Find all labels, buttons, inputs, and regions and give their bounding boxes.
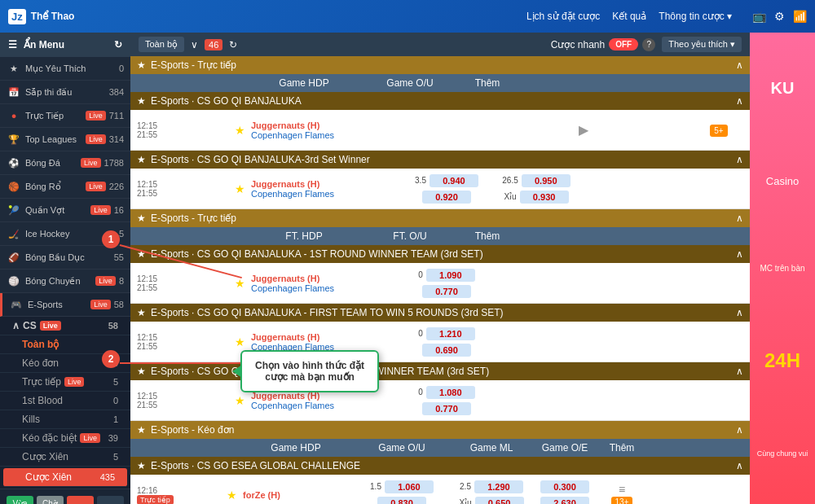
match-star-col[interactable]: ★ <box>235 124 251 137</box>
sidebar-item-bong-da[interactable]: ⚽ Bóng Đá Live 1788 <box>0 151 130 175</box>
hdp-first5-a-btn[interactable]: 0.690 <box>422 344 471 357</box>
vua-cuoc-btn[interactable]: Vừa cược <box>7 496 33 504</box>
ou-esea1-h-btn[interactable]: 1.290 <box>474 480 523 493</box>
ou-esea1-a-btn[interactable]: 0.650 <box>475 497 524 505</box>
match-row-banjaluka-1: 12:15 21:55 ★ Juggernauts (H) Copenhagen… <box>130 110 750 151</box>
annotation-circle-1: 1 <box>102 230 120 248</box>
more-esea1: ≡ 13+ <box>601 483 642 505</box>
sidebar-item-bong-chuyen[interactable]: 🏐 Bóng Chuyền Live 8 <box>0 270 130 293</box>
chevron-up-1[interactable]: ∧ <box>736 59 743 71</box>
section-title-3rd-set: ★ E-Sports · CS GO QI BANJALUKA-3rd Set … <box>130 151 750 169</box>
logo: Jz Thể Thao <box>8 9 74 24</box>
banjaluka-label: E-Sports · CS GO QI BANJALUKA <box>151 95 302 107</box>
chevron-esea[interactable]: ∧ <box>736 460 743 471</box>
chevron-ft[interactable]: ∧ <box>736 213 743 224</box>
ml-esea1-a-btn[interactable]: 2.630 <box>540 497 589 505</box>
col-kd-ou: Game O/U <box>349 442 455 454</box>
volleyball-icon: 🏐 <box>7 274 21 288</box>
sidebar-refresh-icon[interactable]: ↻ <box>114 39 122 50</box>
hdp-1st-h-btn[interactable]: 1.090 <box>426 269 475 282</box>
submenu-cs[interactable]: ∧ CS Live 58 <box>0 317 130 335</box>
hdp-1st-a-btn[interactable]: 0.770 <box>422 285 471 298</box>
stream-btn[interactable]: ▶ <box>579 122 588 138</box>
submenu-keo-dac-biet-label: Kéo đặc biệt <box>22 432 77 444</box>
ou-h-btn[interactable]: 0.950 <box>522 174 570 187</box>
gear-icon[interactable]: ⚙ <box>774 10 785 23</box>
toggle-off-btn[interactable]: OFF <box>609 38 638 50</box>
chevron-up-bj[interactable]: ∧ <box>736 95 743 107</box>
nav-results[interactable]: Kết quả <box>612 11 646 22</box>
col-them-1: Thêm <box>463 77 512 89</box>
live-circle-icon: ● <box>7 108 21 123</box>
star-3rd-set[interactable]: ★ <box>235 182 251 195</box>
sidebar-item-bong-bau-duc[interactable]: 🏈 Bóng Bầu Dục 55 <box>0 246 130 270</box>
sidebar-item-bong-ro[interactable]: 🏀 Bóng Rổ Live 226 <box>0 175 130 199</box>
theo-yeu-thich-btn[interactable]: Theo yêu thích ▾ <box>662 37 742 52</box>
star-esea1[interactable]: ★ <box>227 489 243 502</box>
sidebar-count-kills: 1 <box>113 414 118 424</box>
hdp-a-btn[interactable]: 0.920 <box>422 191 471 204</box>
label-keo-don: E-Sports - Kéo đơn <box>151 424 234 436</box>
col-game-hdp-1: Game HDP <box>251 77 357 89</box>
chevron-16th[interactable]: ∧ <box>736 366 743 377</box>
ml-esea1-h-btn[interactable]: 0.300 <box>540 480 589 493</box>
match-star-icon: ★ <box>235 124 245 137</box>
hdp-16th-a-btn[interactable]: 0.770 <box>422 402 471 415</box>
star-1st-round[interactable]: ★ <box>235 277 251 290</box>
sidebar-item-e-sports[interactable]: 🎮 E-Sports Live 58 <box>0 293 130 317</box>
sidebar-count-top-leagues: 314 <box>109 134 124 144</box>
star-16th[interactable]: ★ <box>235 394 251 407</box>
hdp-first5-h-btn[interactable]: 1.210 <box>426 327 475 340</box>
toolbar-refresh-icon[interactable]: ↻ <box>229 39 237 50</box>
wifi-icon[interactable]: 📶 <box>793 10 807 23</box>
submenu-1st-blood[interactable]: 1st Blood 0 <box>0 392 130 410</box>
match-16th: 12:1521:55 ★ Juggernauts (H) Copenhagen … <box>130 380 750 421</box>
hdp-16th-h-btn[interactable]: 1.080 <box>426 386 475 399</box>
sidebar-item-yeu-thich[interactable]: ★ Mục Yêu Thích 0 <box>0 57 130 81</box>
toan-bo-btn[interactable]: Toàn bộ <box>139 37 184 52</box>
submenu-cuoc-xien2[interactable]: Cược Xiên 435 <box>3 468 127 487</box>
sidebar-item-sap-thi-dau[interactable]: 📅 Sắp thi đấu 384 <box>0 81 130 104</box>
sidebar-count-bong-chuyen: 8 <box>119 276 124 286</box>
chevron-keo-don[interactable]: ∧ <box>736 424 743 436</box>
teams-1st-round: Juggernauts (H) Copenhagen Flames <box>251 274 381 293</box>
submenu-keo-dac-biet[interactable]: Kéo đặc biệt Live 39 <box>0 429 130 448</box>
hdp-esea1-a-btn[interactable]: 0.830 <box>377 497 426 505</box>
team-a-name: Copenhagen Flames <box>251 130 473 140</box>
live-badge-cs: Live <box>40 321 61 331</box>
banner-24h: 24H <box>764 349 800 372</box>
calendar-icon: 📅 <box>7 85 21 99</box>
sidebar-item-truc-tiep[interactable]: ● Trực Tiếp Live 711 <box>0 104 130 128</box>
more-badge-5plus[interactable]: 5+ <box>710 125 727 137</box>
sidebar-item-quan-vot[interactable]: 🎾 Quần Vợt Live 16 <box>0 199 130 222</box>
live-badge-submenu-truc-tiep: Live <box>64 377 85 387</box>
hdp-h-btn[interactable]: 0.940 <box>430 174 478 187</box>
sidebar-item-top-leagues[interactable]: 🏆 Top Leagues Live 314 <box>0 128 130 151</box>
submenu-kills[interactable]: Kills 1 <box>0 410 130 429</box>
ou-a-btn[interactable]: 0.930 <box>520 191 569 204</box>
section-title-truc-tiep-1: ★ E-Sports - Trực tiếp ∧ <box>130 56 750 74</box>
right-banner: KU Casino MC trên bàn 24H Cùng chung vui <box>750 33 815 504</box>
huy-btn[interactable]: Hủy <box>67 496 94 504</box>
star-first-5[interactable]: ★ <box>235 335 251 348</box>
sidebar-header: ☰ Ẩn Menu ↻ <box>0 33 130 57</box>
tv-icon[interactable]: 📺 <box>752 10 766 23</box>
nav-history[interactable]: Lịch sử đặt cược <box>526 11 600 22</box>
icon-16th: ★ <box>137 366 146 377</box>
hdp-esea1-h-btn[interactable]: 1.060 <box>385 480 434 493</box>
more-badge-esea1[interactable]: 13+ <box>611 497 633 505</box>
chevron-1st-round[interactable]: ∧ <box>736 248 743 260</box>
betting-toolbar: Toàn bộ ∨ 46 ↻ Cược nhanh OFF ? Theo yêu… <box>130 33 750 56</box>
col-game-ou-1: Game O/U <box>357 77 463 89</box>
time-top: 12:15 <box>137 121 235 130</box>
question-icon[interactable]: ? <box>642 38 655 51</box>
submenu-cuoc-xien[interactable]: Cược Xiên 5 <box>0 448 130 467</box>
refresh-bet-btn[interactable]: ↻ <box>97 496 124 504</box>
nav-info[interactable]: Thông tin cược ▾ <box>659 11 732 22</box>
chevron-first-5[interactable]: ∧ <box>736 307 743 318</box>
cho-doi-btn[interactable]: Chờ đợi <box>37 496 64 504</box>
submenu-truc-tiep[interactable]: Trực tiếp Live 5 <box>0 373 130 392</box>
football-icon: 🏈 <box>7 250 21 265</box>
chevron-3rd-set[interactable]: ∧ <box>736 154 743 165</box>
tooltip-arrow <box>232 365 242 378</box>
